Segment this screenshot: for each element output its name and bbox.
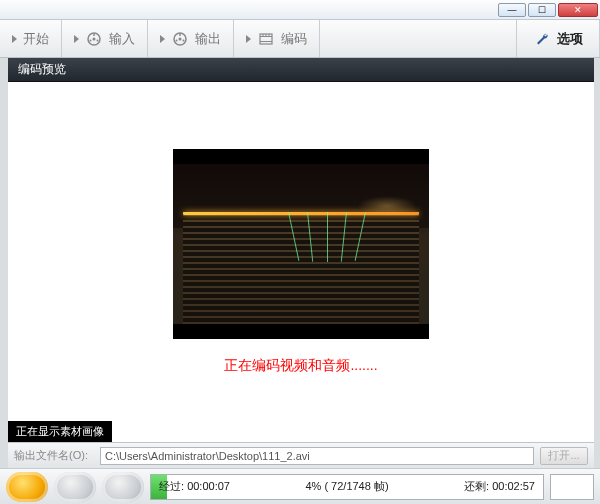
progress-percent: 4% ( 72/1748 帧) xyxy=(305,479,388,494)
video-preview xyxy=(173,149,429,339)
svg-point-7 xyxy=(179,34,181,36)
output-row: 输出文件名(O): 打开... xyxy=(8,442,594,468)
secondary-action-button-2[interactable] xyxy=(102,472,144,502)
svg-point-8 xyxy=(183,39,185,41)
footer: 经过: 00:00:07 4% ( 72/1748 帧) 还剩: 00:02:5… xyxy=(0,468,600,504)
panel-header: 编码预览 xyxy=(8,58,594,82)
chevron-right-icon xyxy=(246,35,251,43)
content-area: 编码预览 正在编码视频和音频....... 正在显示素材画像 输出文件名(O): xyxy=(0,58,600,468)
reel-icon xyxy=(171,30,189,48)
svg-point-3 xyxy=(97,39,99,41)
material-badge: 正在显示素材画像 xyxy=(8,421,112,442)
options-button[interactable]: 选项 xyxy=(517,20,600,57)
panel-title: 编码预览 xyxy=(18,61,66,78)
open-button[interactable]: 打开... xyxy=(540,447,588,465)
svg-point-6 xyxy=(179,37,182,40)
elapsed-time: 经过: 00:00:07 xyxy=(159,479,230,494)
maximize-button[interactable]: ☐ xyxy=(528,3,556,17)
toolbar: 开始 输入 输出 编码 选项 xyxy=(0,20,600,58)
preview-frame xyxy=(173,164,429,324)
start-tab[interactable]: 开始 xyxy=(0,20,62,57)
wrench-icon xyxy=(533,30,551,48)
close-icon: ✕ xyxy=(574,5,582,15)
secondary-action-button-1[interactable] xyxy=(54,472,96,502)
titlebar: — ☐ ✕ xyxy=(0,0,600,20)
reel-icon xyxy=(85,30,103,48)
input-tab-label: 输入 xyxy=(109,30,135,48)
start-tab-label: 开始 xyxy=(23,30,49,48)
primary-action-button[interactable] xyxy=(6,472,48,502)
chevron-right-icon xyxy=(74,35,79,43)
minimize-button[interactable]: — xyxy=(498,3,526,17)
svg-point-2 xyxy=(93,34,95,36)
maximize-icon: ☐ xyxy=(538,5,546,15)
output-tab[interactable]: 输出 xyxy=(148,20,234,57)
minimize-icon: — xyxy=(508,5,517,15)
encode-tab-label: 编码 xyxy=(281,30,307,48)
chevron-right-icon xyxy=(160,35,165,43)
output-filename-input[interactable] xyxy=(100,447,534,465)
options-label: 选项 xyxy=(557,30,583,48)
encode-tab[interactable]: 编码 xyxy=(234,20,320,57)
output-filename-label: 输出文件名(O): xyxy=(14,448,94,463)
preview-area: 正在编码视频和音频....... 正在显示素材画像 xyxy=(8,82,594,442)
progress-bar: 经过: 00:00:07 4% ( 72/1748 帧) 还剩: 00:02:5… xyxy=(150,474,544,500)
svg-point-1 xyxy=(93,37,96,40)
toolbar-spacer xyxy=(320,20,517,57)
encoding-status: 正在编码视频和音频....... xyxy=(224,357,377,375)
app-window: — ☐ ✕ 开始 输入 输出 编码 xyxy=(0,0,600,504)
svg-point-4 xyxy=(90,39,92,41)
svg-point-9 xyxy=(176,39,178,41)
film-icon xyxy=(257,30,275,48)
play-icon xyxy=(12,35,17,43)
aux-meter xyxy=(550,474,594,500)
input-tab[interactable]: 输入 xyxy=(62,20,148,57)
remaining-time: 还剩: 00:02:57 xyxy=(464,479,535,494)
output-tab-label: 输出 xyxy=(195,30,221,48)
close-button[interactable]: ✕ xyxy=(558,3,598,17)
